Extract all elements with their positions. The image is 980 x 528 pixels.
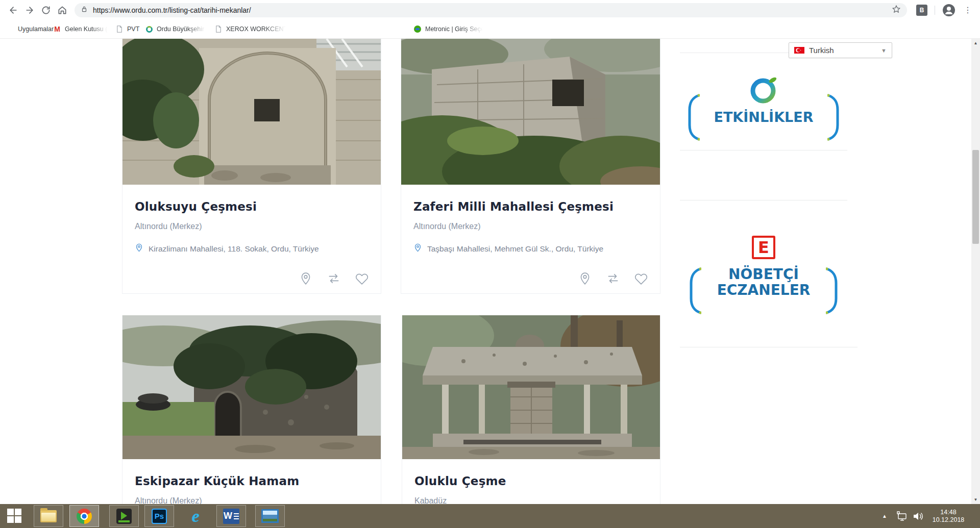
- taskbar-photoshop[interactable]: Ps: [144, 505, 174, 527]
- listing-photo-stone-hut: [401, 39, 660, 185]
- bookmark-pvt[interactable]: PVT: [115, 20, 139, 38]
- turkish-flag-icon: [794, 47, 804, 54]
- forward-button[interactable]: [21, 2, 38, 18]
- media-player-icon: [116, 509, 132, 524]
- events-widget[interactable]: ETKİNLİKLER: [680, 72, 847, 149]
- listing-card[interactable]: Oluksuyu Çeşmesi Altınordu (Merkez) Kira…: [122, 39, 381, 294]
- internet-explorer-icon: e: [191, 509, 199, 524]
- taskbar-clock[interactable]: 14:48 10.12.2018: [930, 504, 967, 528]
- scroll-up-arrow[interactable]: ▲: [971, 39, 980, 47]
- scrollbar[interactable]: ▲ ▼: [971, 39, 980, 504]
- chevron-down-icon: ▼: [881, 47, 887, 54]
- pharmacy-logo-letter: E: [758, 239, 769, 256]
- reload-button[interactable]: [38, 2, 54, 18]
- toolbar-separator: [935, 6, 935, 15]
- listing-title[interactable]: Eskipazar Küçük Hamam: [135, 474, 369, 488]
- listing-title[interactable]: Oluklu Çeşme: [414, 474, 648, 488]
- url-text: https://www.ordu.com.tr/listing-cat/tari…: [93, 6, 892, 14]
- reload-icon: [41, 5, 51, 15]
- home-button[interactable]: [54, 2, 70, 18]
- page-content: Oluksuyu Çeşmesi Altınordu (Merkez) Kira…: [0, 39, 980, 504]
- events-logo-icon: [749, 76, 778, 105]
- tray-show-hidden[interactable]: ▲: [882, 504, 887, 528]
- listing-district: Altınordu (Merkez): [135, 222, 369, 231]
- file-explorer-icon: [40, 510, 57, 522]
- listing-address-row: Kirazlimanı Mahallesi, 118. Sokak, Ordu,…: [135, 243, 369, 254]
- bookmark-label: Ordu Büyükşehir Bele: [157, 26, 207, 33]
- listing-title[interactable]: Oluksuyu Çeşmesi: [135, 200, 369, 213]
- apps-grid-icon: [6, 25, 14, 33]
- listing-card[interactable]: Zaferi Milli Mahallesi Çeşmesi Altınordu…: [401, 39, 660, 294]
- ordu-logo-icon: [145, 25, 153, 33]
- listing-address-row: Taşbaşı Mahallesi, Mehmet Gül Sk., Ordu,…: [413, 243, 648, 254]
- listing-title[interactable]: Zaferi Milli Mahallesi Çeşmesi: [413, 200, 648, 213]
- menu-icon[interactable]: ⋮: [963, 5, 973, 15]
- language-value: Turkish: [809, 46, 876, 55]
- bookmark-ordu[interactable]: Ordu Büyükşehir Bele: [145, 20, 207, 38]
- bookmark-star-icon[interactable]: [892, 5, 901, 16]
- gmail-icon: M: [53, 25, 61, 33]
- lock-icon: [81, 6, 88, 15]
- arrow-right-icon: [24, 5, 35, 15]
- taskbar-media-player[interactable]: [109, 505, 139, 527]
- back-button[interactable]: [5, 2, 21, 18]
- events-label: ETKİNLİKLER: [680, 109, 847, 125]
- listing-card[interactable]: Oluklu Çeşme Kabadüz: [402, 315, 660, 504]
- listing-address: Kirazlimanı Mahallesi, 118. Sokak, Ordu,…: [149, 244, 319, 254]
- compare-arrows-icon[interactable]: [327, 272, 340, 285]
- compare-arrows-icon[interactable]: [606, 272, 620, 285]
- profile-icon[interactable]: [942, 4, 955, 17]
- tray-network[interactable]: [896, 504, 909, 528]
- bookmark-label: Gelen Kutusu (438) -: [65, 26, 109, 33]
- taskbar-internet-explorer[interactable]: e: [181, 505, 210, 527]
- extension-badge[interactable]: B: [916, 5, 927, 16]
- listing-address: Taşbaşı Mahallesi, Mehmet Gül Sk., Ordu,…: [427, 244, 603, 254]
- map-pin-icon: [135, 243, 143, 254]
- taskbar-chrome[interactable]: [69, 505, 99, 527]
- bracket-right: [826, 266, 839, 315]
- bracket-left: [688, 266, 701, 315]
- bracket-left: [687, 93, 700, 142]
- locate-pin-icon[interactable]: [578, 272, 592, 285]
- photoshop-icon: Ps: [152, 509, 167, 524]
- taskbar-explorer[interactable]: [34, 505, 63, 527]
- bookmark-apps[interactable]: Uygulamalar: [6, 20, 54, 38]
- arrow-left-icon: [8, 5, 18, 15]
- locate-pin-icon[interactable]: [299, 272, 312, 285]
- language-selector[interactable]: Turkish ▼: [789, 42, 892, 58]
- chevron-up-icon: ▲: [882, 513, 887, 519]
- scroll-down-arrow[interactable]: ▼: [971, 495, 980, 504]
- listing-district: Altınordu (Merkez): [413, 222, 648, 231]
- browser-chrome: https://www.ordu.com.tr/listing-cat/tari…: [0, 0, 980, 39]
- pharmacy-logo-icon: E: [752, 236, 775, 259]
- listing-photo-ruin: [122, 315, 381, 459]
- listing-photo-canopy-fountain: [402, 315, 660, 459]
- favorite-heart-icon[interactable]: [355, 272, 369, 285]
- browser-toolbar: https://www.ordu.com.tr/listing-cat/tari…: [0, 0, 980, 20]
- clock-date: 10.12.2018: [933, 516, 965, 524]
- listing-card[interactable]: Eskipazar Küçük Hamam Altınordu (Merkez): [122, 315, 381, 504]
- bookmark-gmail[interactable]: M Gelen Kutusu (438) -: [53, 20, 109, 38]
- bookmarks-bar: Uygulamalar M Gelen Kutusu (438) - PVT O…: [0, 20, 980, 39]
- taskbar-photo-viewer[interactable]: [255, 505, 285, 527]
- bookmark-xerox[interactable]: XEROX WORKCENTR: [214, 20, 287, 38]
- pharmacy-label-line1: NÖBETÇİ: [680, 266, 847, 282]
- url-bar[interactable]: https://www.ordu.com.tr/listing-cat/tari…: [75, 3, 907, 17]
- listing-district: Altınordu (Merkez): [135, 496, 369, 504]
- taskbar-word[interactable]: W: [216, 505, 246, 527]
- start-button[interactable]: [7, 509, 22, 524]
- divider: [680, 150, 847, 150]
- word-icon: W: [223, 509, 239, 524]
- taskbar: Ps e W ▲ 14:48 10.1: [0, 504, 980, 528]
- map-pin-icon: [413, 243, 422, 254]
- tray-volume[interactable]: [912, 504, 924, 528]
- screen: https://www.ordu.com.tr/listing-cat/tari…: [0, 0, 980, 528]
- scroll-thumb[interactable]: [972, 150, 979, 244]
- listing-district: Kabadüz: [414, 496, 648, 504]
- bookmark-metronic[interactable]: Metronic | Giriş Seçe: [413, 20, 484, 38]
- listing-actions: [299, 272, 369, 285]
- favorite-heart-icon[interactable]: [634, 272, 648, 285]
- speaker-icon: [912, 511, 924, 521]
- pharmacy-widget[interactable]: E NÖBETÇİ ECZANELER: [680, 236, 847, 322]
- network-icon: [896, 511, 909, 521]
